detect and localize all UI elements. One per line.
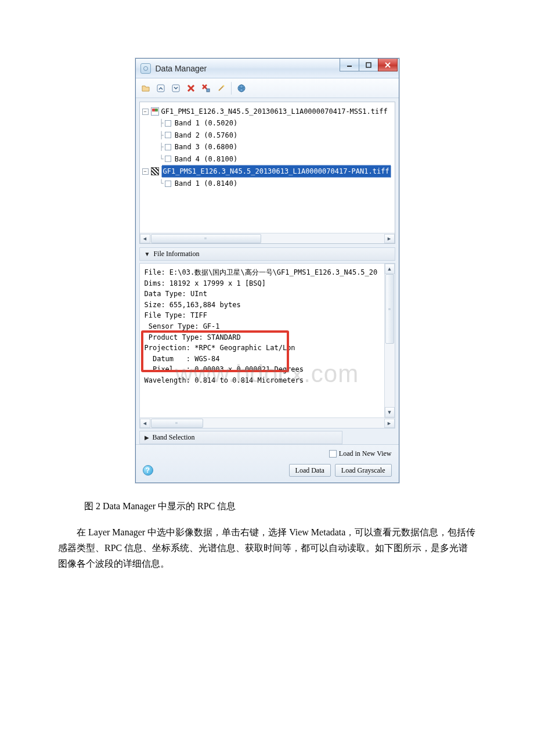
triangle-down-icon: ▼ bbox=[145, 251, 150, 257]
scroll-right-icon[interactable]: ► bbox=[384, 234, 395, 243]
scroll-up-icon[interactable]: ▲ bbox=[385, 264, 395, 274]
dataset-tree-panel: − GF1_PMS1_E126.3_N45.5_20130613_L1A0000… bbox=[139, 102, 395, 244]
band-checkbox[interactable] bbox=[165, 181, 171, 187]
scroll-left-icon[interactable]: ◄ bbox=[140, 234, 150, 243]
figure-caption: 图 2 Data Manager 中显示的 RPC 信息 bbox=[84, 501, 499, 513]
remove-x-icon[interactable] bbox=[185, 82, 197, 95]
band-label: Band 1 (0.8140) bbox=[175, 178, 237, 189]
app-icon bbox=[140, 63, 151, 74]
globe-icon[interactable] bbox=[235, 82, 248, 95]
load-in-new-view-checkbox[interactable] bbox=[329, 450, 337, 458]
tree-horizontal-scrollbar[interactable]: ◄ ≡ ► bbox=[140, 233, 395, 243]
info-vertical-scrollbar[interactable]: ▲ ▼ bbox=[384, 264, 395, 417]
band-selection-header[interactable]: ▶ Band Selection bbox=[139, 431, 342, 444]
load-data-button[interactable]: Load Data bbox=[289, 464, 331, 477]
svg-rect-10 bbox=[207, 89, 210, 92]
svg-point-12 bbox=[238, 85, 245, 92]
expander-minus-icon[interactable]: − bbox=[142, 109, 149, 115]
panchromatic-file-icon bbox=[151, 167, 159, 175]
band-label: Band 2 (0.5760) bbox=[175, 129, 237, 141]
scroll-thumb[interactable]: ≡ bbox=[151, 419, 203, 428]
section-title: File Information bbox=[153, 250, 199, 258]
band-label: Band 3 (0.6800) bbox=[175, 141, 237, 153]
tree-band[interactable]: ├Band 1 (0.5020) bbox=[142, 117, 392, 129]
expand-down-icon[interactable] bbox=[169, 82, 182, 95]
window-controls bbox=[340, 59, 398, 71]
tree-band[interactable]: └Band 1 (0.8140) bbox=[142, 178, 392, 189]
help-icon[interactable]: ? bbox=[143, 465, 153, 476]
scroll-thumb[interactable] bbox=[385, 274, 394, 344]
remove-all-icon[interactable] bbox=[200, 82, 212, 95]
svg-point-11 bbox=[222, 85, 224, 87]
tree-file-label-selected: GF1_PMS1_E126.3_N45.5_20130613_L1A000007… bbox=[161, 165, 391, 178]
load-in-new-view-label: Load in New View bbox=[339, 449, 392, 458]
toolbar-separator bbox=[231, 82, 232, 95]
info-horizontal-scrollbar[interactable]: ◄ ≡ ► bbox=[140, 417, 395, 428]
multispectral-file-icon bbox=[151, 107, 159, 116]
data-manager-window: Data Manager bbox=[135, 58, 399, 483]
triangle-right-icon: ▶ bbox=[145, 434, 149, 441]
tree-file-pan1[interactable]: − GF1_PMS1_E126.3_N45.5_20130613_L1A0000… bbox=[142, 165, 392, 178]
tree-band[interactable]: ├Band 3 (0.6800) bbox=[142, 141, 392, 153]
svg-rect-1 bbox=[366, 63, 371, 67]
tree-file-label: GF1_PMS1_E126.3_N45.5_20130613_L1A000007… bbox=[161, 106, 388, 117]
scroll-thumb[interactable]: ≡ bbox=[151, 234, 261, 243]
tree-file-mss1[interactable]: − GF1_PMS1_E126.3_N45.5_20130613_L1A0000… bbox=[142, 106, 392, 117]
scroll-down-icon[interactable]: ▼ bbox=[385, 407, 395, 417]
close-button[interactable] bbox=[378, 59, 398, 71]
scroll-right-icon[interactable]: ► bbox=[384, 419, 395, 428]
band-checkbox[interactable] bbox=[165, 120, 171, 127]
section-title: Band Selection bbox=[153, 433, 195, 442]
open-file-icon[interactable] bbox=[139, 82, 152, 95]
band-checkbox[interactable] bbox=[165, 144, 171, 150]
scroll-left-icon[interactable]: ◄ bbox=[140, 419, 150, 428]
file-information-header[interactable]: ▼ File Information bbox=[139, 247, 395, 261]
toolbar bbox=[136, 78, 399, 98]
window-title: Data Manager bbox=[156, 64, 207, 73]
expander-minus-icon[interactable]: − bbox=[142, 168, 149, 175]
file-information-text: File: E:\03.数据\国内卫星\高分一号\GF1_PMS1_E126.3… bbox=[140, 264, 395, 390]
file-information-panel: File: E:\03.数据\国内卫星\高分一号\GF1_PMS1_E126.3… bbox=[139, 263, 395, 429]
minimize-button[interactable] bbox=[340, 59, 359, 71]
body-paragraph: 在 Layer Manager 中选中影像数据，单击右键，选择 View Met… bbox=[58, 524, 476, 572]
load-grayscale-button[interactable]: Load Grayscale bbox=[335, 464, 392, 477]
tree-band[interactable]: └Band 4 (0.8100) bbox=[142, 153, 392, 165]
band-label: Band 4 (0.8100) bbox=[175, 153, 237, 165]
settings-wand-icon[interactable] bbox=[215, 82, 228, 95]
band-checkbox[interactable] bbox=[165, 132, 171, 138]
maximize-button[interactable] bbox=[359, 59, 378, 71]
collapse-up-icon[interactable] bbox=[154, 82, 167, 95]
bottom-toolbar: Load in New View ? Load Data Load Graysc… bbox=[136, 444, 399, 483]
tree-band[interactable]: ├Band 2 (0.5760) bbox=[142, 129, 392, 141]
band-label: Band 1 (0.5020) bbox=[175, 117, 237, 129]
titlebar: Data Manager bbox=[136, 59, 399, 78]
band-checkbox[interactable] bbox=[165, 156, 171, 162]
